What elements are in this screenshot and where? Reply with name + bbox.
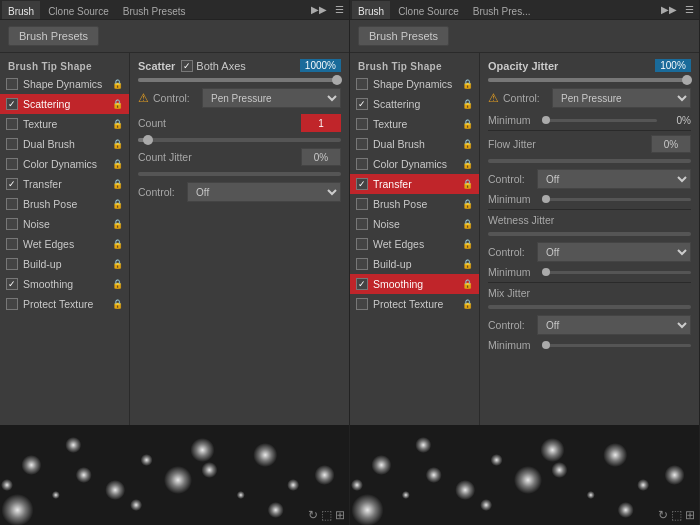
- right-brush-item-8[interactable]: Wet Edges 🔒: [350, 234, 479, 254]
- right-brush-item-0[interactable]: Shape Dynamics 🔒: [350, 74, 479, 94]
- right-control4-select[interactable]: Off: [537, 315, 691, 335]
- right-minimum-slider[interactable]: [542, 119, 657, 122]
- right-minimum3-slider[interactable]: [542, 271, 691, 274]
- left-checkbox-11[interactable]: [6, 298, 18, 310]
- right-checkbox-3[interactable]: [356, 138, 368, 150]
- left-checkbox-4[interactable]: [6, 158, 18, 170]
- left-count-slider-thumb[interactable]: [143, 135, 153, 145]
- left-preview-icon1[interactable]: ↻: [308, 508, 318, 522]
- right-wetness-slider-row[interactable]: [488, 232, 691, 236]
- right-flow-slider-row[interactable]: [488, 159, 691, 163]
- right-tab-clone[interactable]: Clone Source: [392, 1, 465, 19]
- left-checkbox-9[interactable]: [6, 258, 18, 270]
- right-checkbox-5[interactable]: [356, 178, 368, 190]
- left-control2-select[interactable]: Off: [187, 182, 341, 202]
- right-checkbox-9[interactable]: [356, 258, 368, 270]
- right-control3-select[interactable]: Off: [537, 242, 691, 262]
- right-opacity-slider-row[interactable]: [488, 78, 691, 82]
- left-jitter-slider-row[interactable]: [138, 172, 341, 176]
- left-count-slider[interactable]: [138, 138, 341, 142]
- left-checkbox-3[interactable]: [6, 138, 18, 150]
- right-tab-presets[interactable]: Brush Pres...: [467, 1, 537, 19]
- right-checkbox-10[interactable]: [356, 278, 368, 290]
- left-brush-item-0[interactable]: Shape Dynamics 🔒: [0, 74, 129, 94]
- right-checkbox-2[interactable]: [356, 118, 368, 130]
- left-brush-item-11[interactable]: Protect Texture 🔒: [0, 294, 129, 314]
- right-opacity-slider[interactable]: [488, 78, 691, 82]
- right-minimum-thumb[interactable]: [542, 116, 550, 124]
- left-brush-item-1[interactable]: Scattering 🔒: [0, 94, 129, 114]
- right-brush-item-3[interactable]: Dual Brush 🔒: [350, 134, 479, 154]
- left-tab-brush[interactable]: Brush: [2, 1, 40, 19]
- left-brush-item-10[interactable]: Smoothing 🔒: [0, 274, 129, 294]
- right-checkbox-0[interactable]: [356, 78, 368, 90]
- left-both-axes-checkbox-icon[interactable]: [181, 60, 193, 72]
- left-brush-item-6[interactable]: Brush Pose 🔒: [0, 194, 129, 214]
- left-checkbox-10[interactable]: [6, 278, 18, 290]
- right-minimum2-thumb[interactable]: [542, 195, 550, 203]
- left-count-slider-row[interactable]: [138, 138, 341, 142]
- right-wetness-slider[interactable]: [488, 232, 691, 236]
- left-brush-item-7[interactable]: Noise 🔒: [0, 214, 129, 234]
- left-brush-item-4[interactable]: Color Dynamics 🔒: [0, 154, 129, 174]
- left-brush-item-3[interactable]: Dual Brush 🔒: [0, 134, 129, 154]
- right-brush-presets-button[interactable]: Brush Presets: [358, 26, 449, 46]
- right-control2-select[interactable]: Off: [537, 169, 691, 189]
- right-brush-item-5[interactable]: Transfer 🔒: [350, 174, 479, 194]
- right-preview-icon2[interactable]: ⬚: [671, 508, 682, 522]
- right-checkbox-7[interactable]: [356, 218, 368, 230]
- right-minimum4-thumb[interactable]: [542, 341, 550, 349]
- right-tab-forward-icon[interactable]: ▶▶: [658, 2, 680, 17]
- left-brush-item-2[interactable]: Texture 🔒: [0, 114, 129, 134]
- right-brush-item-4[interactable]: Color Dynamics 🔒: [350, 154, 479, 174]
- right-flow-jitter-input[interactable]: [651, 135, 691, 153]
- right-brush-item-1[interactable]: Scattering 🔒: [350, 94, 479, 114]
- left-preview-icon2[interactable]: ⬚: [321, 508, 332, 522]
- left-count-input[interactable]: [301, 114, 341, 132]
- left-checkbox-7[interactable]: [6, 218, 18, 230]
- right-brush-item-6[interactable]: Brush Pose 🔒: [350, 194, 479, 214]
- right-tab-brush[interactable]: Brush: [352, 1, 390, 19]
- left-checkbox-6[interactable]: [6, 198, 18, 210]
- right-minimum2-slider[interactable]: [542, 198, 691, 201]
- right-mix-slider-row[interactable]: [488, 305, 691, 309]
- right-tab-menu-icon[interactable]: ☰: [682, 2, 697, 17]
- left-brush-item-9[interactable]: Build-up 🔒: [0, 254, 129, 274]
- left-brush-presets-button[interactable]: Brush Presets: [8, 26, 99, 46]
- right-mix-slider[interactable]: [488, 305, 691, 309]
- left-tab-menu-icon[interactable]: ☰: [332, 2, 347, 17]
- left-checkbox-1[interactable]: [6, 98, 18, 110]
- left-checkbox-8[interactable]: [6, 238, 18, 250]
- right-brush-item-10[interactable]: Smoothing 🔒: [350, 274, 479, 294]
- left-both-axes-check[interactable]: Both Axes: [181, 60, 246, 72]
- left-control-select[interactable]: Pen Pressure: [202, 88, 341, 108]
- right-brush-item-2[interactable]: Texture 🔒: [350, 114, 479, 134]
- right-opacity-slider-thumb[interactable]: [682, 75, 692, 85]
- right-minimum4-slider[interactable]: [542, 344, 691, 347]
- left-tab-forward-icon[interactable]: ▶▶: [308, 2, 330, 17]
- left-brush-item-5[interactable]: Transfer 🔒: [0, 174, 129, 194]
- right-preview-icon3[interactable]: ⊞: [685, 508, 695, 522]
- right-checkbox-6[interactable]: [356, 198, 368, 210]
- right-control-select[interactable]: Pen Pressure: [552, 88, 691, 108]
- right-minimum3-thumb[interactable]: [542, 268, 550, 276]
- right-checkbox-8[interactable]: [356, 238, 368, 250]
- right-brush-item-7[interactable]: Noise 🔒: [350, 214, 479, 234]
- left-preview-icon3[interactable]: ⊞: [335, 508, 345, 522]
- left-jitter-slider[interactable]: [138, 172, 341, 176]
- right-brush-item-11[interactable]: Protect Texture 🔒: [350, 294, 479, 314]
- left-tab-presets[interactable]: Brush Presets: [117, 1, 192, 19]
- left-count-jitter-input[interactable]: [301, 148, 341, 166]
- left-scatter-slider[interactable]: [138, 78, 341, 82]
- right-checkbox-4[interactable]: [356, 158, 368, 170]
- left-brush-item-8[interactable]: Wet Edges 🔒: [0, 234, 129, 254]
- left-tab-clone[interactable]: Clone Source: [42, 1, 115, 19]
- left-checkbox-0[interactable]: [6, 78, 18, 90]
- right-checkbox-1[interactable]: [356, 98, 368, 110]
- right-checkbox-11[interactable]: [356, 298, 368, 310]
- right-flow-slider[interactable]: [488, 159, 691, 163]
- left-scatter-slider-row[interactable]: [138, 78, 341, 82]
- left-checkbox-2[interactable]: [6, 118, 18, 130]
- right-preview-icon1[interactable]: ↻: [658, 508, 668, 522]
- left-checkbox-5[interactable]: [6, 178, 18, 190]
